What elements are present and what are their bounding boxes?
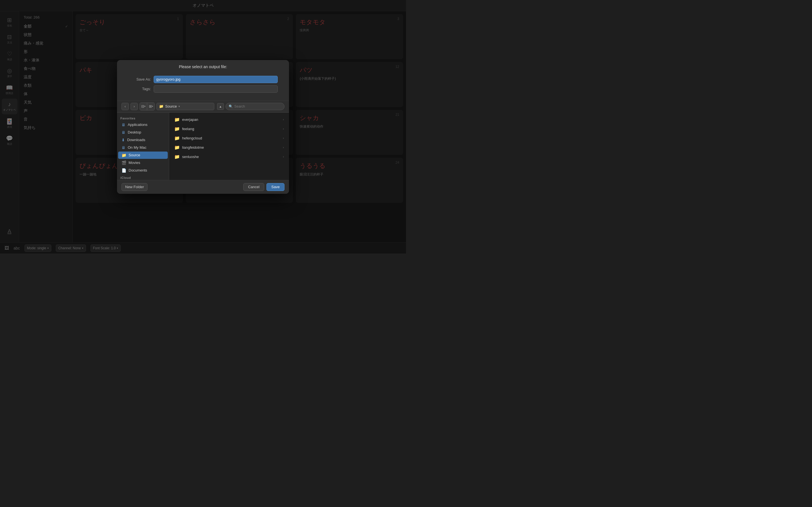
- applications-icon: 🖥: [121, 122, 125, 127]
- tags-row: Tags:: [128, 86, 278, 93]
- grid-view-icon: ⊞: [149, 104, 152, 108]
- grid-view-button[interactable]: ⊞ ▾: [147, 103, 154, 110]
- sidebar-item-movies[interactable]: 🎬 Movies: [118, 159, 168, 166]
- senluoshe-folder-icon: 📁: [174, 154, 180, 159]
- location-bar[interactable]: 📁 Source ▾: [156, 103, 214, 110]
- hefengcloud-folder-icon: 📁: [174, 135, 180, 141]
- view-toggle-group: ⊟ ▾ ⊞ ▾: [140, 103, 155, 110]
- sidebar-item-documents[interactable]: 📄 Documents: [118, 167, 168, 174]
- back-button[interactable]: ‹: [121, 103, 129, 110]
- liangfeidotme-folder-icon: 📁: [174, 145, 180, 150]
- sidebar-item-source[interactable]: 📁 Source: [118, 152, 168, 159]
- sidebar-item-applications[interactable]: 🖥 Applications: [118, 121, 168, 128]
- everjapan-folder-icon: 📁: [174, 117, 180, 122]
- feelang-chevron: ›: [283, 127, 284, 130]
- tags-input[interactable]: [154, 86, 278, 93]
- sidebar-item-downloads[interactable]: ⬇ Downloads: [118, 136, 168, 144]
- file-hefengcloud[interactable]: 📁 hefengcloud ›: [171, 133, 287, 143]
- location-expand-button[interactable]: ▲: [217, 103, 224, 110]
- save-as-row: Save As:: [128, 76, 278, 83]
- back-icon: ‹: [124, 104, 126, 108]
- list-view-icon: ⊟: [141, 104, 144, 108]
- file-everjapan[interactable]: 📁 everjapan ›: [171, 115, 287, 124]
- search-input[interactable]: [234, 105, 282, 108]
- dialog-files: 📁 everjapan › 📁 feelang › 📁 hefengcloud …: [169, 113, 289, 180]
- dialog-title: Please select an output file:: [123, 64, 283, 69]
- icloud-header: iCloud: [117, 174, 169, 180]
- downloads-icon: ⬇: [121, 138, 125, 142]
- file-liangfeidotme[interactable]: 📁 liangfeidotme ›: [171, 143, 287, 152]
- feelang-folder-icon: 📁: [174, 126, 180, 131]
- grid-chevron-icon: ▾: [152, 105, 153, 108]
- onmymac-icon: 🖥: [121, 145, 125, 150]
- footer-right: Cancel Save: [243, 183, 285, 191]
- dialog-fields: Save As: Tags:: [123, 73, 283, 98]
- modal-backdrop: Please select an output file: Save As: T…: [0, 0, 406, 253]
- dialog-toolbar: ‹ › ⊟ ▾ ⊞ ▾ 📁 Source ▾: [117, 101, 289, 112]
- save-dialog: Please select an output file: Save As: T…: [117, 60, 289, 194]
- forward-icon: ›: [134, 104, 135, 108]
- location-folder-icon: 📁: [159, 104, 163, 108]
- dialog-footer: New Folder Cancel Save: [117, 180, 289, 194]
- favorites-header: Favorites: [117, 115, 169, 121]
- file-senluoshe[interactable]: 📁 senluoshe ›: [171, 152, 287, 161]
- save-button[interactable]: Save: [266, 183, 285, 191]
- save-as-input[interactable]: [154, 76, 278, 83]
- expand-icon: ▲: [219, 105, 222, 108]
- source-icon: 📁: [121, 153, 126, 158]
- cancel-button[interactable]: Cancel: [243, 183, 264, 191]
- movies-icon: 🎬: [121, 161, 126, 165]
- dialog-pane: Favorites 🖥 Applications 🖥 Desktop ⬇ Dow…: [117, 112, 289, 180]
- sidebar-item-desktop1[interactable]: 🖥 Desktop: [118, 129, 168, 136]
- tags-label: Tags:: [128, 87, 151, 91]
- location-chevron-icon: ▾: [179, 105, 180, 108]
- search-icon: 🔍: [229, 105, 233, 108]
- sidebar-item-onmymac[interactable]: 🖥 On My Mac: [118, 144, 168, 151]
- list-view-button[interactable]: ⊟ ▾: [140, 103, 147, 110]
- liangfeidotme-chevron: ›: [283, 146, 284, 149]
- dialog-sidebar: Favorites 🖥 Applications 🖥 Desktop ⬇ Dow…: [117, 113, 169, 180]
- list-chevron-icon: ▾: [144, 105, 146, 108]
- everjapan-chevron: ›: [283, 118, 284, 121]
- senluoshe-chevron: ›: [283, 155, 284, 158]
- file-feelang[interactable]: 📁 feelang ›: [171, 124, 287, 133]
- forward-button[interactable]: ›: [131, 103, 138, 110]
- desktop1-icon: 🖥: [121, 130, 125, 135]
- search-field: 🔍: [225, 103, 285, 110]
- documents-icon: 📄: [121, 168, 126, 173]
- new-folder-button[interactable]: New Folder: [121, 183, 147, 191]
- save-as-label: Save As:: [128, 77, 151, 81]
- location-label: Source: [165, 104, 177, 108]
- dialog-header: Please select an output file: Save As: T…: [117, 60, 289, 101]
- hefengcloud-chevron: ›: [283, 136, 284, 140]
